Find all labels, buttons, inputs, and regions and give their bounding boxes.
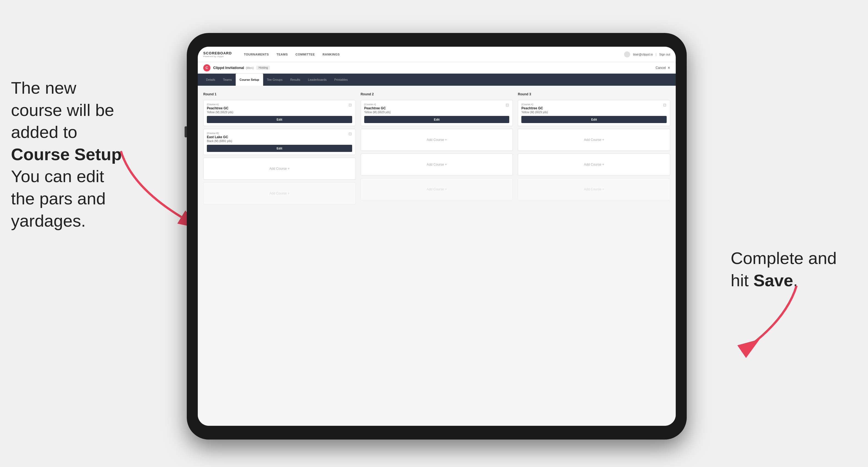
round-2-add-course-label-1: Add Course + [427, 138, 447, 142]
content-area: Round 1 ⊡ (Course A) Peachtree GC Yellow… [198, 86, 676, 426]
annotation-line6: the pars and [11, 189, 106, 208]
round-2-course-a-icon[interactable]: ⊡ [505, 102, 510, 107]
annotation-line2: course will be [11, 100, 114, 120]
tournament-bar: C Clippd Invitational (Men) Hosting Canc… [198, 62, 676, 73]
tab-bar: Details Teams Course Setup Tee Groups Re… [198, 73, 676, 86]
brand-sub: Powered by clippd [203, 55, 232, 58]
nav-committee[interactable]: COMMITTEE [292, 47, 319, 62]
rounds-grid: Round 1 ⊡ (Course A) Peachtree GC Yellow… [203, 92, 670, 205]
tab-tee-groups[interactable]: Tee Groups [263, 73, 286, 86]
round-1-column: Round 1 ⊡ (Course A) Peachtree GC Yellow… [203, 92, 356, 205]
tab-leaderboards[interactable]: Leaderboards [304, 73, 331, 86]
close-icon: ✕ [668, 66, 670, 70]
avatar [624, 51, 630, 57]
tournament-type: (Men) [246, 66, 254, 69]
tournament-name: Clippd Invitational [213, 66, 244, 70]
nav-links: TOURNAMENTS TEAMS COMMITTEE RANKINGS [240, 47, 624, 62]
annotation-line3: added to [11, 123, 77, 142]
cancel-label: Cancel [656, 66, 666, 70]
cancel-button[interactable]: Cancel ✕ [656, 66, 670, 70]
round-3-course-a-icon[interactable]: ⊡ [662, 102, 667, 107]
annotation-line7: yardages. [11, 211, 86, 230]
tab-details[interactable]: Details [202, 73, 219, 86]
round-1-add-course-button[interactable]: Add Course + [203, 158, 356, 180]
round-2-add-course-disabled-label: Add Course + [427, 187, 447, 191]
nav-teams[interactable]: TEAMS [273, 47, 292, 62]
brand-name: SCOREBOARD [203, 51, 232, 55]
round-1-add-course-disabled: Add Course + [203, 182, 356, 205]
round-1-course-a-card: ⊡ (Course A) Peachtree GC Yellow (M) (66… [203, 100, 356, 126]
round-3-add-course-disabled: Add Course + [518, 178, 670, 200]
sign-out-link[interactable]: Sign out [659, 53, 670, 56]
annotation-line5: You can edit [11, 167, 104, 186]
side-button [185, 126, 187, 137]
nav-tournaments[interactable]: TOURNAMENTS [240, 47, 273, 62]
navbar: SCOREBOARD Powered by clippd TOURNAMENTS… [198, 47, 676, 62]
round-3-add-course-label-2: Add Course + [584, 163, 604, 166]
round-2-add-course-disabled: Add Course + [361, 178, 513, 200]
tablet-frame: SCOREBOARD Powered by clippd TOURNAMENTS… [187, 33, 687, 439]
round-3-add-course-button-2[interactable]: Add Course + [518, 154, 670, 176]
round-3-add-course-disabled-label: Add Course + [584, 187, 604, 191]
round-3-column: Round 3 ⊡ (Course A) Peachtree GC Yellow… [518, 92, 670, 205]
user-email: blair@clippd.io [633, 53, 653, 56]
round-2-course-a-badge: (Course A) [364, 103, 509, 106]
round-2-course-a-name: Peachtree GC [364, 106, 509, 110]
round-1-course-b-card: ⊡ (Course B) East Lake GC Black (M) (689… [203, 129, 356, 155]
round-1-course-b-name: East Lake GC [207, 135, 352, 139]
tournament-logo: C [203, 64, 210, 71]
round-3-add-course-label-1: Add Course + [584, 138, 604, 142]
round-2-course-a-edit-button[interactable]: Edit [364, 116, 509, 123]
right-arrow [725, 280, 813, 363]
annotation-complete: Complete and [731, 249, 837, 268]
round-1-course-b-edit-button[interactable]: Edit [207, 145, 352, 152]
round-1-course-a-icon[interactable]: ⊡ [348, 102, 353, 107]
round-1-add-course-disabled-label: Add Course + [269, 191, 289, 195]
tab-results[interactable]: Results [286, 73, 304, 86]
round-1-course-b-icon[interactable]: ⊡ [348, 131, 353, 136]
annotation-line1: The new [11, 78, 76, 97]
round-2-course-a-info: Yellow (M) (6629 yds) [364, 111, 509, 114]
round-2-add-course-label-2: Add Course + [427, 163, 447, 166]
round-1-course-a-info: Yellow (M) (6629 yds) [207, 111, 352, 114]
round-3-add-course-button-1[interactable]: Add Course + [518, 129, 670, 151]
round-2-column: Round 2 ⊡ (Course A) Peachtree GC Yellow… [361, 92, 513, 205]
round-1-label: Round 1 [203, 92, 356, 96]
round-3-course-a-badge: (Course A) [521, 103, 666, 106]
nav-right: blair@clippd.io | Sign out [624, 51, 670, 57]
round-3-label: Round 3 [518, 92, 670, 96]
round-2-add-course-button-2[interactable]: Add Course + [361, 154, 513, 176]
round-3-course-a-card: ⊡ (Course A) Peachtree GC Yellow (M) (66… [518, 100, 670, 126]
round-1-course-b-badge: (Course B) [207, 132, 352, 134]
brand: SCOREBOARD Powered by clippd [203, 51, 232, 58]
round-3-course-a-name: Peachtree GC [521, 106, 666, 110]
tab-teams[interactable]: Teams [219, 73, 236, 86]
tab-printables[interactable]: Printables [331, 73, 351, 86]
round-2-course-a-card: ⊡ (Course A) Peachtree GC Yellow (M) (66… [361, 100, 513, 126]
round-2-add-course-button-1[interactable]: Add Course + [361, 129, 513, 151]
round-1-course-a-badge: (Course A) [207, 103, 352, 106]
hosting-badge: Hosting [256, 66, 270, 70]
tablet-screen: SCOREBOARD Powered by clippd TOURNAMENTS… [198, 47, 676, 426]
round-1-course-b-info: Black (M) (6891 yds) [207, 139, 352, 143]
round-3-course-a-edit-button[interactable]: Edit [521, 116, 666, 123]
round-2-label: Round 2 [361, 92, 513, 96]
nav-rankings[interactable]: RANKINGS [319, 47, 344, 62]
tab-course-setup[interactable]: Course Setup [236, 73, 263, 86]
round-3-course-a-info: Yellow (M) (6629 yds) [521, 111, 666, 114]
round-1-course-a-edit-button[interactable]: Edit [207, 116, 352, 123]
round-1-course-a-name: Peachtree GC [207, 106, 352, 110]
round-1-add-course-label: Add Course + [269, 167, 289, 170]
